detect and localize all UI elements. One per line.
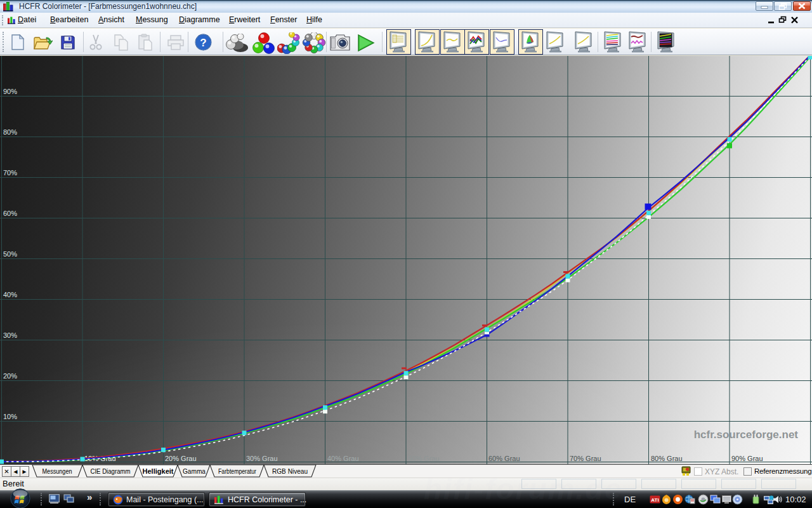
svg-text:Messungen: Messungen (43, 467, 72, 475)
svg-text:80%: 80% (3, 128, 17, 136)
svg-text:40% Grau: 40% Grau (327, 455, 359, 462)
svg-text:Farbtemperatur: Farbtemperatur (218, 467, 256, 475)
svg-text:30%: 30% (3, 331, 17, 339)
svg-text:RGB Niveau: RGB Niveau (272, 467, 308, 475)
svg-text:80% Grau: 80% Grau (651, 455, 683, 462)
svg-text:90% Grau: 90% Grau (731, 455, 763, 462)
svg-text:10%: 10% (3, 413, 17, 420)
svg-text:Gamma: Gamma (183, 467, 206, 475)
svg-text:90%: 90% (3, 88, 17, 95)
svg-text:60%: 60% (3, 210, 17, 217)
svg-text:60% Grau: 60% Grau (488, 455, 520, 462)
svg-text:30% Grau: 30% Grau (246, 455, 278, 462)
svg-text:?: ? (200, 37, 206, 49)
svg-text:50% Grau: 50% Grau (408, 455, 440, 462)
svg-text:50%: 50% (3, 250, 17, 258)
svg-text:20%: 20% (3, 372, 17, 380)
svg-text:70%: 70% (3, 169, 17, 177)
svg-text:Helligkeit: Helligkeit (143, 467, 174, 475)
svg-text:hcfr.sourceforge.net: hcfr.sourceforge.net (694, 429, 799, 441)
svg-text:70% Grau: 70% Grau (570, 455, 601, 462)
svg-text:40%: 40% (3, 291, 17, 298)
svg-text:20% Grau: 20% Grau (165, 455, 197, 462)
svg-text:CIE Diagramm: CIE Diagramm (91, 467, 131, 475)
